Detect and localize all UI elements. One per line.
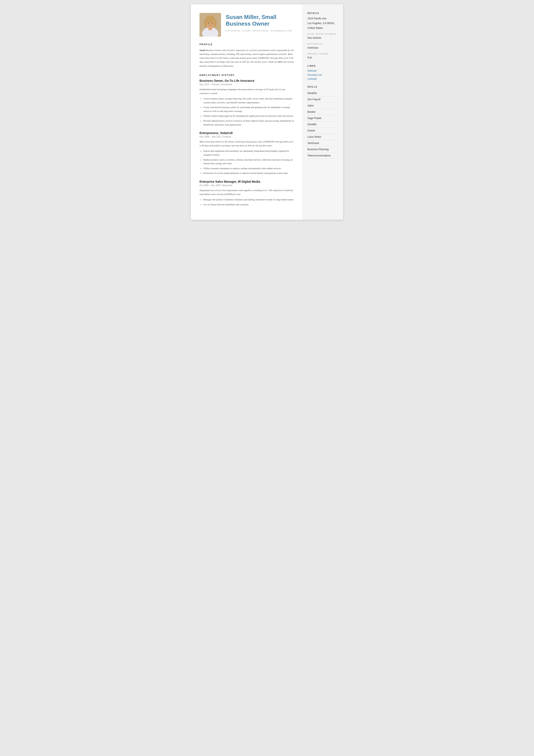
job-block-2: Entrepreneur, VodaCell Dec 2008 – Sep 20… bbox=[199, 131, 294, 175]
address-line3: United States bbox=[307, 26, 338, 30]
job-period-2: Dec 2008 – Sep 2013, Portland bbox=[199, 135, 294, 138]
skill-item: Adios bbox=[307, 103, 338, 109]
email: susan@email.com bbox=[270, 30, 292, 32]
skill-item: Telecommunications bbox=[307, 152, 338, 159]
skill-item: WorkEtc bbox=[307, 90, 338, 96]
job-bullets-3: Manage web portal e-Commerce business sp… bbox=[203, 198, 294, 206]
bullet-item: Promotion via social media platforms to … bbox=[203, 171, 294, 175]
nationality-label: NATIONALITY bbox=[307, 43, 338, 45]
svg-point-5 bbox=[204, 19, 207, 27]
skill-item: Oracle bbox=[307, 128, 338, 134]
link-visualize[interactable]: Visualize.me bbox=[307, 73, 338, 76]
svg-point-6 bbox=[213, 19, 217, 27]
address-line2: Los Angeles, CA 90291, bbox=[307, 21, 338, 25]
job-block-3: Enterprise Sales Manager, IR Digital Med… bbox=[199, 180, 294, 206]
skills-section-title: SKILLS bbox=[307, 86, 338, 88]
profile-text: Small Business Owner with 10 years' expe… bbox=[199, 48, 294, 68]
bullet-item: Utilize customer statements to analyze s… bbox=[203, 167, 294, 171]
details-section-title: DETAILS bbox=[307, 12, 338, 14]
bullet-item: Obtains underwriting approval by managin… bbox=[203, 114, 294, 118]
birth-value: San Antonio bbox=[307, 36, 338, 40]
skill-item: Lotus Notes bbox=[307, 134, 338, 140]
links-section-title: LINKS bbox=[307, 65, 338, 67]
job-title-1: Business Owner, Go-To Life Insurance bbox=[199, 79, 294, 82]
job-desc-2: Built client base from 0 to 60 clients, … bbox=[199, 140, 294, 148]
header-info: Susan Miller, Small Business Owner LOS A… bbox=[226, 13, 294, 33]
link-linkedin[interactable]: Linkedin bbox=[307, 77, 338, 80]
address-line1: 1515 Pacific Ave bbox=[307, 16, 338, 20]
job-title-3: Enterprise Sales Manager, IR Digital Med… bbox=[199, 180, 294, 183]
profile-text-italic: Business Owner with 10 years' experience… bbox=[199, 49, 294, 67]
profile-text-plain: Small bbox=[199, 49, 206, 51]
job-desc-1: Established email marketing campaigns th… bbox=[199, 87, 294, 95]
skill-item: Booker bbox=[307, 109, 338, 115]
skill-item: Business Planning bbox=[307, 146, 338, 152]
sidebar-column: DETAILS 1515 Pacific Ave Los Angeles, CA… bbox=[302, 4, 343, 220]
job-bullets-1: Create business plans, arrange financing… bbox=[203, 97, 294, 126]
job-bullets-2: Ensure that equipment and machinery are … bbox=[203, 149, 294, 175]
bullet-item: Market products such as wireless, cellul… bbox=[203, 158, 294, 166]
skill-item: Zenefits bbox=[307, 122, 338, 128]
header-section: Susan Miller, Small Business Owner LOS A… bbox=[199, 13, 294, 37]
license-label: DRIVING LICENSE bbox=[307, 53, 338, 55]
svg-point-8 bbox=[211, 23, 213, 24]
profile-section-title: PROFILE bbox=[199, 43, 294, 46]
employment-section-title: EMPLOYMENT HISTORY bbox=[199, 74, 294, 76]
svg-point-7 bbox=[208, 23, 209, 24]
skill-item: Zen Payroll bbox=[307, 96, 338, 103]
nationality-value: American bbox=[307, 46, 338, 50]
candidate-name: Susan Miller, Small Business Owner bbox=[226, 14, 294, 27]
birth-label: DATE / PLACE OF BIRTH bbox=[307, 33, 338, 35]
skill-item: VanGuard bbox=[307, 140, 338, 146]
bullet-item: Provide administrative services inclusiv… bbox=[203, 119, 294, 126]
bullet-item: Ensure that equipment and machinery are … bbox=[203, 149, 294, 157]
job-period-1: Nov 2013 – Present, Kennebunk bbox=[199, 83, 294, 86]
job-block-1: Business Owner, Go-To Life Insurance Nov… bbox=[199, 79, 294, 126]
job-period-3: Oct 2006 – Dec 2007, Nantucket bbox=[199, 184, 294, 187]
resume-page: Susan Miller, Small Business Owner LOS A… bbox=[191, 4, 343, 220]
avatar bbox=[199, 13, 221, 37]
location: LOS ANGELES, CA 90291, UNITED STATES bbox=[226, 30, 268, 32]
license-value: Full bbox=[307, 56, 338, 60]
job-desc-3: Negotiated new service level agreements … bbox=[199, 188, 294, 196]
contact-info: LOS ANGELES, CA 90291, UNITED STATES · s… bbox=[226, 29, 294, 32]
job-title-2: Entrepreneur, VodaCell bbox=[199, 131, 294, 135]
link-website[interactable]: Website bbox=[307, 69, 338, 72]
bullet-item: Act as liaison between distributor and c… bbox=[203, 203, 294, 206]
main-column: Susan Miller, Small Business Owner LOS A… bbox=[191, 4, 302, 220]
bullet-item: Create customized insurance plans by cal… bbox=[203, 105, 294, 113]
skill-item: Sage Pastel bbox=[307, 115, 338, 122]
bullet-item: Manage web portal e-Commerce business sp… bbox=[203, 198, 294, 202]
bullet-item: Create business plans, arrange financing… bbox=[203, 97, 294, 104]
